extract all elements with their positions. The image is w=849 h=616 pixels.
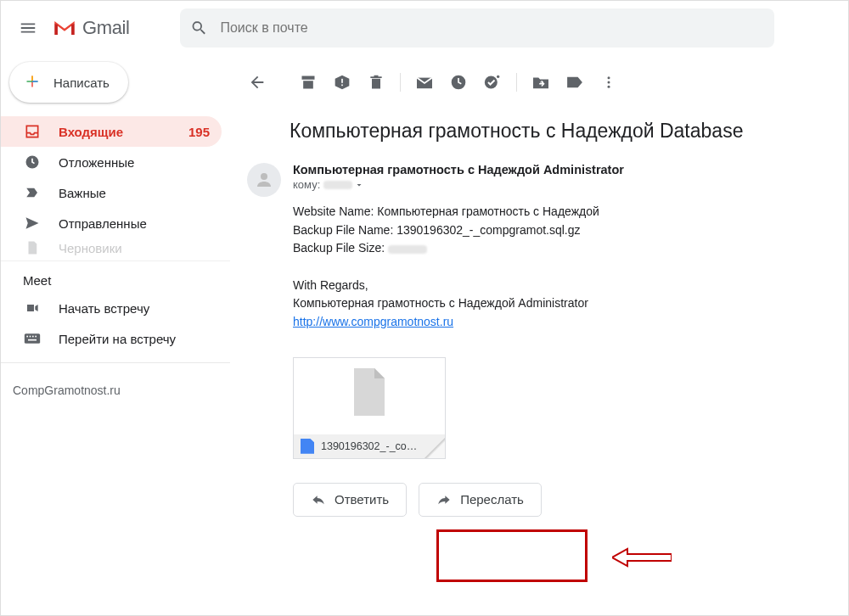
nav-drafts[interactable]: Черновики — [1, 238, 222, 257]
svg-rect-1 — [25, 333, 40, 344]
forward-button[interactable]: Переслать — [419, 483, 542, 517]
person-icon — [254, 170, 274, 190]
file-type-icon — [301, 439, 314, 454]
svg-point-10 — [485, 76, 498, 89]
spam-button[interactable] — [325, 65, 359, 99]
forward-label: Переслать — [460, 492, 524, 507]
svg-point-11 — [608, 76, 610, 79]
plus-icon — [21, 70, 43, 95]
sender-avatar[interactable] — [247, 163, 281, 197]
reply-button[interactable]: Ответить — [293, 483, 407, 517]
trash-icon — [368, 74, 385, 91]
recipient-redacted — [323, 181, 352, 189]
reply-label: Ответить — [335, 492, 389, 507]
search-icon — [190, 19, 208, 37]
hamburger-icon — [19, 19, 37, 37]
nav-snoozed[interactable]: Отложенные — [1, 147, 222, 177]
svg-point-12 — [608, 81, 610, 84]
add-task-button[interactable] — [475, 65, 509, 99]
important-icon — [23, 185, 42, 200]
nav-label: Отправленные — [59, 216, 147, 231]
report-spam-icon — [334, 74, 351, 91]
inbox-count: 195 — [188, 125, 210, 139]
archive-button[interactable] — [291, 65, 325, 99]
mail-unread-icon — [415, 75, 434, 90]
nav-label: Черновики — [59, 241, 122, 255]
svg-point-13 — [608, 86, 610, 88]
keyboard-icon — [23, 333, 42, 344]
more-button[interactable] — [592, 65, 626, 99]
attachment-filename: 1390196302_-_co… — [321, 440, 417, 452]
move-button[interactable] — [524, 65, 558, 99]
svg-rect-5 — [35, 336, 37, 338]
clock-icon — [23, 154, 42, 171]
mark-unread-button[interactable] — [408, 65, 441, 99]
main-menu-button[interactable] — [8, 8, 48, 48]
svg-rect-6 — [28, 339, 37, 341]
nav-sent[interactable]: Отправленные — [1, 208, 222, 238]
annotation-highlight — [436, 529, 588, 582]
recipient-line[interactable]: кому: — [293, 178, 624, 191]
svg-rect-3 — [30, 336, 31, 338]
arrow-left-icon — [248, 73, 267, 92]
annotation-arrow — [612, 547, 672, 571]
email-view: Компьютерная грамотность с Надеждой Data… — [230, 55, 848, 615]
nav-label: Важные — [59, 186, 106, 200]
meet-label: Начать встречу — [59, 301, 149, 316]
file-icon — [351, 368, 388, 419]
svg-rect-4 — [32, 336, 34, 338]
sender-name: Компьютерная грамотность с Надеждой Admi… — [293, 163, 624, 176]
compose-label: Написать — [53, 76, 110, 90]
reply-icon — [311, 493, 326, 507]
app-name: Gmail — [82, 17, 129, 39]
video-icon — [23, 301, 42, 315]
meet-start[interactable]: Начать встречу — [1, 293, 222, 323]
back-button[interactable] — [240, 65, 274, 99]
sent-icon — [23, 216, 42, 231]
nav-inbox[interactable]: Входящие 195 — [1, 116, 222, 147]
svg-point-14 — [261, 173, 267, 180]
task-icon — [484, 74, 501, 91]
gmail-logo[interactable]: Gmail — [52, 17, 129, 39]
nav-label: Входящие — [59, 125, 123, 139]
chevron-down-icon — [354, 180, 364, 190]
labels-button[interactable] — [558, 65, 592, 99]
meet-section-header: Meet — [1, 261, 230, 293]
label-icon — [565, 76, 584, 89]
footer-label: CompGramotnost.ru — [1, 363, 230, 397]
email-toolbar — [230, 62, 848, 103]
email-subject: Компьютерная грамотность с Надеждой Data… — [230, 103, 848, 143]
gmail-icon — [52, 19, 77, 37]
move-to-icon — [531, 75, 550, 90]
meet-join[interactable]: Перейти на встречу — [1, 323, 222, 354]
compose-button[interactable]: Написать — [9, 62, 128, 103]
search-bar[interactable] — [180, 8, 774, 48]
attachment-card[interactable]: 1390196302_-_co… — [293, 357, 446, 459]
svg-rect-7 — [341, 79, 343, 83]
archive-icon — [300, 74, 317, 91]
website-link[interactable]: http://www.compgramotnost.ru — [293, 315, 453, 328]
svg-rect-8 — [341, 85, 343, 87]
meet-label: Перейти на встречу — [59, 332, 176, 346]
nav-label: Отложенные — [59, 155, 134, 170]
page-fold-icon — [424, 438, 445, 458]
to-label: кому: — [293, 178, 320, 191]
clock-icon — [450, 74, 467, 91]
email-body: Website Name: Компьютерная грамотность с… — [293, 203, 624, 332]
sidebar: Написать Входящие 195 Отложенные Ва — [1, 55, 230, 615]
inbox-icon — [23, 123, 42, 140]
draft-icon — [23, 239, 42, 256]
filesize-redacted — [388, 245, 427, 254]
more-vert-icon — [601, 75, 616, 90]
nav-important[interactable]: Важные — [1, 177, 222, 208]
snooze-button[interactable] — [441, 65, 475, 99]
search-input[interactable] — [218, 20, 764, 36]
forward-icon — [436, 493, 452, 507]
delete-button[interactable] — [359, 65, 393, 99]
svg-rect-2 — [26, 336, 28, 338]
